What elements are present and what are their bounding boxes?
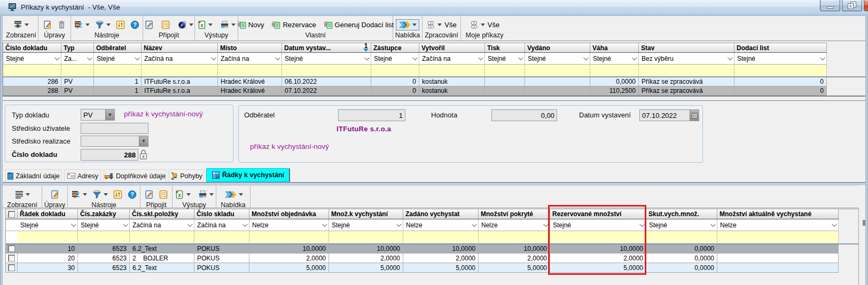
filter-dropdown[interactable]: Stejné: [646, 219, 717, 231]
column-header[interactable]: Dodací list: [734, 43, 827, 52]
moje-prikazy-value[interactable]: Vše: [488, 21, 499, 29]
filter-icon[interactable]: [95, 20, 104, 29]
filter-dropdown[interactable]: Stejné: [329, 219, 403, 231]
excel-export-icon[interactable]: x: [197, 20, 206, 29]
row-checkbox-cell[interactable]: [6, 254, 18, 263]
filter-dropdown-caret[interactable]: [104, 193, 108, 196]
menu-chevrons-icon[interactable]: [224, 190, 237, 199]
column-header[interactable]: Řádek dokladu: [18, 209, 78, 219]
column-header[interactable]: Vydáno: [525, 43, 590, 52]
filter-dropdown[interactable]: Nelze: [479, 219, 550, 231]
filter-input[interactable]: [249, 231, 329, 243]
grid-freeze-splitter[interactable]: [3, 76, 866, 77]
column-header[interactable]: Váha: [590, 43, 639, 52]
filter-input[interactable]: [550, 231, 646, 243]
filter-dropdown[interactable]: Začíná na: [419, 53, 485, 64]
tab-zakladni-udaje[interactable]: Základní údaje: [5, 169, 61, 182]
close-button[interactable]: [864, 0, 868, 11]
filter-input[interactable]: [419, 65, 485, 76]
list-view-dropdown-caret[interactable]: [26, 193, 30, 196]
filter-input[interactable]: [194, 231, 249, 243]
filter-dropdown[interactable]: Za...: [61, 53, 94, 64]
zpracovani-dropdown-caret[interactable]: [437, 23, 442, 26]
filter-input[interactable]: [590, 65, 639, 76]
filter-dropdown[interactable]: Stejné: [3, 53, 61, 64]
moje-prikazy-dropdown-caret[interactable]: [481, 23, 485, 26]
column-header[interactable]: Název: [142, 43, 218, 52]
excel-export-icon[interactable]: x: [175, 190, 184, 199]
hodnota-field[interactable]: 0,00: [491, 109, 557, 121]
filter-dropdown-caret[interactable]: [106, 23, 111, 26]
view-icon[interactable]: [13, 20, 22, 29]
excel-dropdown-caret[interactable]: [208, 23, 213, 26]
filter-input[interactable]: [485, 65, 525, 76]
filter-dropdown[interactable]: Stejné: [94, 53, 142, 64]
calendar-button[interactable]: [690, 110, 699, 121]
filter-input[interactable]: [479, 231, 550, 243]
column-header[interactable]: Zadáno vychystat: [403, 209, 479, 219]
menu-dropdown-caret[interactable]: [239, 193, 243, 196]
user-list-icon[interactable]: [74, 20, 83, 29]
print-icon[interactable]: [198, 190, 207, 199]
filter-input[interactable]: [717, 231, 839, 243]
filter-input[interactable]: [734, 65, 827, 76]
row-checkbox-cell[interactable]: [6, 263, 18, 272]
typ-dokladu-dropdown-button[interactable]: [105, 109, 114, 120]
select-all-checkbox[interactable]: [8, 211, 15, 218]
edit-icon[interactable]: [50, 190, 59, 199]
filter-input[interactable]: [130, 231, 194, 243]
view-dropdown-caret[interactable]: [25, 23, 29, 26]
edit-icon[interactable]: [43, 20, 52, 29]
delete-icon[interactable]: [57, 20, 66, 29]
disc-icon[interactable]: [178, 20, 187, 29]
filter-dropdown[interactable]: Stejné: [590, 53, 639, 64]
filter-input[interactable]: [218, 65, 282, 76]
disc-dropdown-caret[interactable]: [189, 23, 193, 26]
column-header[interactable]: Zástupce: [371, 43, 419, 52]
zpracovani-value[interactable]: Vše: [444, 21, 456, 29]
stredisko-uzivatele-field[interactable]: [81, 123, 148, 134]
column-header[interactable]: Množství pokryté: [479, 209, 550, 219]
column-header[interactable]: Čís.zakázky: [78, 209, 130, 219]
typ-dokladu-combobox[interactable]: PV: [81, 109, 115, 121]
grid-row[interactable]: 288PV1ITFutuRe s.r.o.aHradec Králové07.1…: [3, 86, 827, 96]
row-checkbox-cell[interactable]: [6, 244, 18, 253]
filter-input[interactable]: [94, 65, 142, 76]
column-header[interactable]: Skut.vych.množ.: [646, 209, 717, 219]
sort-indicator[interactable]: 1: [363, 44, 369, 52]
filter-dropdown[interactable]: Stejné: [525, 53, 590, 64]
row-checkbox[interactable]: [8, 245, 15, 252]
clover-icon[interactable]: [426, 20, 435, 29]
filter-dropdown[interactable]: Začíná na: [194, 219, 249, 231]
cislo-dokladu-field[interactable]: 288: [81, 149, 138, 161]
filter-input[interactable]: [61, 65, 94, 76]
rezervace-button[interactable]: Rezervace: [271, 20, 316, 29]
stredisko-realizace-field[interactable]: [81, 136, 148, 147]
filter-dropdown[interactable]: Stejné: [371, 53, 419, 64]
user-list-icon[interactable]: [72, 190, 81, 199]
filter-dropdown[interactable]: Nelze: [249, 219, 329, 231]
filter-input[interactable]: [371, 65, 419, 76]
print-dropdown-caret[interactable]: [209, 193, 214, 196]
filter-input[interactable]: [639, 65, 734, 76]
filter-dropdown[interactable]: Bez výběru: [639, 53, 734, 64]
column-header[interactable]: Vytvořil: [419, 43, 485, 52]
filter-dropdown[interactable]: Stejné: [282, 53, 371, 64]
settings-sliders-icon[interactable]: [116, 20, 125, 29]
restore-button[interactable]: [842, 0, 862, 11]
filter-input[interactable]: [646, 231, 717, 243]
filter-input[interactable]: [142, 65, 218, 76]
select-all-checkbox-cell[interactable]: [6, 209, 18, 219]
list-view-icon[interactable]: [14, 190, 24, 199]
filter-dropdown[interactable]: Stejné: [78, 219, 130, 231]
generuj-dodaci-list-button[interactable]: Generuj Dodací list: [324, 20, 394, 29]
stredisko-realizace-dropdown-button[interactable]: [139, 136, 148, 146]
column-header[interactable]: Datum vystav...1: [282, 43, 371, 52]
filter-dropdown[interactable]: Začíná na: [142, 53, 218, 64]
filter-dropdown[interactable]: Stejné: [18, 219, 78, 231]
filter-input[interactable]: [78, 231, 130, 243]
user-list-dropdown-caret[interactable]: [85, 23, 90, 26]
tab-adresy[interactable]: Adresy: [64, 169, 101, 182]
filter-input[interactable]: [525, 65, 590, 76]
datum-vystaveni-field[interactable]: 07.10.2022: [639, 109, 699, 121]
